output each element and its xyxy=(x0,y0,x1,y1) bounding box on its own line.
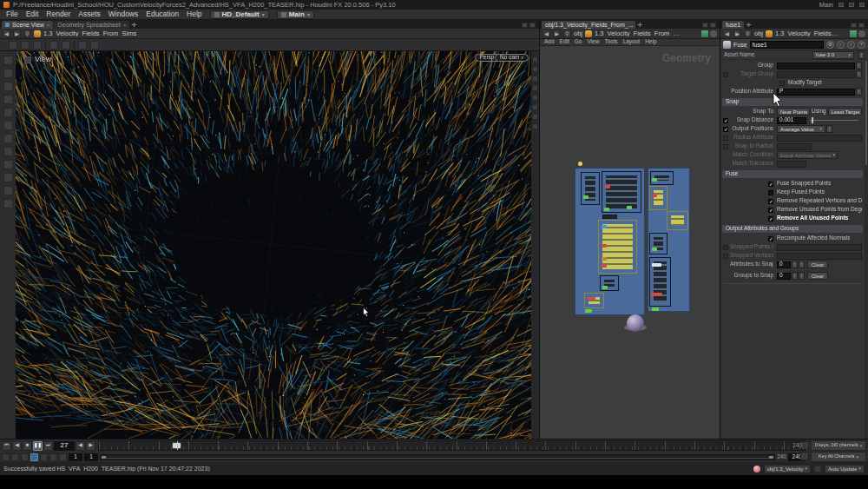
recompute-normals-checkbox[interactable]: ✓ xyxy=(768,236,773,241)
close-tab-icon[interactable]: × xyxy=(47,23,50,28)
tab-parameters[interactable]: fuse1 xyxy=(722,21,744,29)
snap-distance-field[interactable]: 0.001 xyxy=(777,117,806,124)
camera-lock-icon[interactable] xyxy=(532,95,538,101)
next-frame-button[interactable] xyxy=(86,441,95,451)
snapped-vertices-field[interactable] xyxy=(777,253,862,260)
netmenu-help[interactable]: Help xyxy=(645,39,656,45)
output-positions-spinner[interactable] xyxy=(826,125,832,133)
network-node-cluster[interactable] xyxy=(602,171,641,213)
remove-repeated-vertices-checkbox[interactable]: ✓ xyxy=(768,199,773,204)
network-node[interactable] xyxy=(602,264,607,268)
viewport-layout-icon[interactable] xyxy=(532,104,538,110)
current-frame-field[interactable]: 27 xyxy=(54,441,75,451)
network-path[interactable]: 1.3_Velocity_Fields_From_Sims xyxy=(595,30,681,37)
asset-version-dropdown[interactable]: fuse 2.0 xyxy=(812,51,854,59)
param-path[interactable]: 1.3_Velocity_Fields_From_Sim xyxy=(775,30,839,37)
network-node[interactable] xyxy=(602,215,617,219)
groups-to-snap-spinner[interactable] xyxy=(792,272,798,280)
rotate-mode-icon[interactable] xyxy=(3,108,13,117)
pane-grid-icon[interactable] xyxy=(702,23,708,28)
keys-channels-button[interactable]: 0 keys, 0/0 channels xyxy=(811,440,866,451)
keyframe-options-icon[interactable] xyxy=(49,453,57,461)
select-mode-icon[interactable] xyxy=(3,69,13,78)
go-to-start-button[interactable] xyxy=(2,441,11,451)
section-output-attributes[interactable]: Output Attributes and Groups xyxy=(722,225,863,233)
rotate-tool-icon[interactable] xyxy=(33,41,42,50)
snap-distance-checkbox[interactable]: ✓ xyxy=(723,118,728,123)
attributes-to-snap-count[interactable]: 0 xyxy=(777,261,791,268)
target-group-field[interactable] xyxy=(777,71,855,78)
measure-tool-icon[interactable] xyxy=(3,199,13,208)
groups-to-snap-count[interactable]: 0 xyxy=(777,273,791,280)
menu-assets[interactable]: Assets xyxy=(78,10,101,18)
audio-toggle-icon[interactable] xyxy=(11,453,19,461)
attributes-to-snap-spinner[interactable] xyxy=(792,261,798,268)
previous-frame-button[interactable] xyxy=(76,441,85,451)
menu-education[interactable]: Education xyxy=(146,10,179,18)
minimize-button[interactable] xyxy=(838,3,844,7)
network-node[interactable] xyxy=(602,257,607,261)
snap-using-dropdown[interactable]: Least Target P... xyxy=(828,108,862,116)
stop-button[interactable] xyxy=(23,441,32,451)
netmenu-go[interactable]: Go xyxy=(575,39,582,45)
snap-distance-slider[interactable] xyxy=(810,120,858,121)
gear-icon[interactable] xyxy=(826,41,834,49)
snap-grid-icon[interactable] xyxy=(49,41,58,50)
attributes-clear-button[interactable]: Clear xyxy=(807,261,828,268)
groups-to-snap-menu[interactable] xyxy=(799,272,805,280)
pin-icon[interactable] xyxy=(744,30,752,37)
netmenu-add[interactable]: Add xyxy=(544,39,555,45)
tab-network-editor[interactable]: obj/1.3_Velocity_Fields_From_... xyxy=(542,21,635,29)
netmenu-layout[interactable]: Layout xyxy=(623,39,641,45)
pin-icon[interactable] xyxy=(23,30,31,37)
key-all-channels-button[interactable]: Key All Channels xyxy=(811,452,866,462)
network-node-cluster[interactable] xyxy=(649,233,667,254)
network-node-cluster[interactable] xyxy=(581,172,600,205)
edit-tool-icon[interactable] xyxy=(3,147,13,156)
pane-float-icon[interactable] xyxy=(529,23,536,28)
display-flag-node[interactable] xyxy=(585,309,592,313)
menu-render[interactable]: Render xyxy=(46,10,70,18)
info-icon[interactable] xyxy=(847,41,855,49)
pause-button[interactable] xyxy=(33,441,43,451)
desktop-selector[interactable]: HD_Default xyxy=(210,10,269,19)
groups-clear-button[interactable]: Clear xyxy=(807,272,828,280)
section-snap[interactable]: Snap xyxy=(722,98,863,106)
snap-to-dropdown[interactable]: Near Points xyxy=(777,108,810,116)
node-name-field[interactable] xyxy=(750,41,824,49)
network-node[interactable] xyxy=(605,185,610,188)
context-selector[interactable]: obj/1.3_Velocity xyxy=(764,465,812,473)
range-start-field[interactable]: 1 xyxy=(84,453,98,461)
param-options-icon[interactable] xyxy=(858,30,865,37)
pane-grid-icon[interactable] xyxy=(851,23,857,28)
radius-attribute-field[interactable] xyxy=(777,135,862,142)
back-button[interactable] xyxy=(3,30,10,37)
netmenu-edit[interactable]: Edit xyxy=(560,39,569,45)
param-link-icon[interactable] xyxy=(850,30,857,37)
group-field[interactable] xyxy=(777,63,855,69)
match-condition-dropdown[interactable]: Equal Attribute Values xyxy=(777,151,838,159)
translate-tool-icon[interactable] xyxy=(21,41,30,50)
wireframe-mode-icon[interactable] xyxy=(532,66,538,72)
dopnet-cache-icon[interactable] xyxy=(40,453,48,461)
group-select-arrow[interactable] xyxy=(856,62,862,69)
scale-tool-icon[interactable] xyxy=(3,121,13,130)
remove-all-unused-points-checkbox[interactable]: ✓ xyxy=(768,216,773,221)
grid-toggle-icon[interactable] xyxy=(532,85,538,91)
sticky-dot[interactable] xyxy=(578,162,582,166)
menu-edit[interactable]: Edit xyxy=(26,10,39,18)
network-node[interactable] xyxy=(602,225,607,228)
path-root[interactable]: obj xyxy=(574,30,582,37)
loop-toggle-icon[interactable] xyxy=(21,453,29,461)
snapped-points-checkbox[interactable] xyxy=(723,245,728,250)
select-tool-icon[interactable] xyxy=(9,41,17,50)
scene-path[interactable]: 1.3_Velocity_Fields_From_Sims xyxy=(43,30,136,37)
points-display-icon[interactable] xyxy=(532,114,538,120)
forward-button[interactable] xyxy=(553,30,561,37)
menu-windows[interactable]: Windows xyxy=(108,10,138,18)
network-options-icon[interactable] xyxy=(710,30,717,37)
radius-attribute-checkbox[interactable] xyxy=(723,135,728,141)
position-attribute-field[interactable]: P xyxy=(777,89,855,96)
tab-geometry-spreadsheet[interactable]: Geometry Spreadsheet× xyxy=(54,21,129,29)
timeline-ruler[interactable]: 240 xyxy=(98,440,806,451)
